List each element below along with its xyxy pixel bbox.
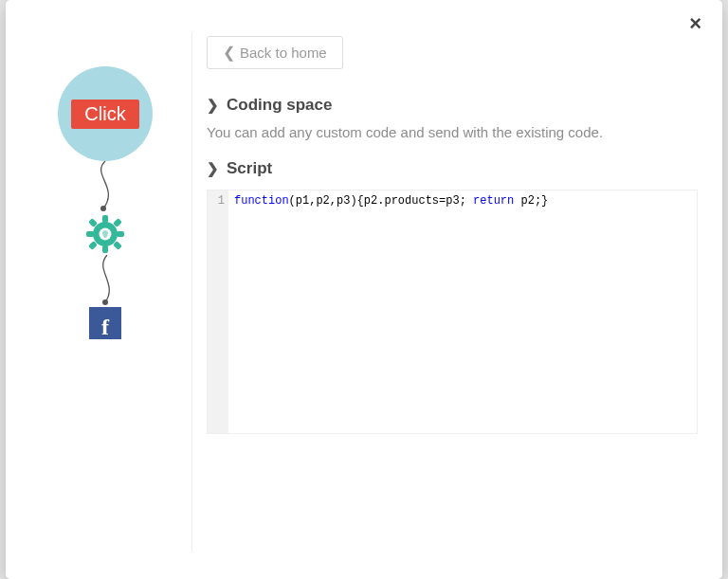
svg-rect-4 <box>86 231 94 237</box>
editor-code[interactable]: function(p1,p2,p3){p2.products=p3; retur… <box>228 190 697 433</box>
back-label: Back to home <box>240 45 327 61</box>
facebook-icon: f <box>101 316 109 338</box>
flow-node-facebook[interactable]: f <box>89 307 121 339</box>
coding-space-description: You can add any custom code and send wit… <box>207 124 698 140</box>
vertical-divider <box>191 33 192 551</box>
back-to-home-button[interactable]: ❮ Back to home <box>207 36 343 69</box>
chevron-right-icon: ❯ <box>207 97 219 114</box>
code-editor[interactable]: 1 function(p1,p2,p3){p2.products=p3; ret… <box>207 190 698 434</box>
editor-gutter: 1 <box>208 190 228 433</box>
coding-space-title: Coding space <box>227 96 332 115</box>
coding-space-header[interactable]: ❯ Coding space <box>207 96 698 115</box>
section-script: ❯ Script 1 function(p1,p2,p3){p2.product… <box>207 159 698 434</box>
svg-point-0 <box>100 206 106 211</box>
chevron-left-icon: ❮ <box>223 45 235 61</box>
svg-rect-3 <box>102 245 108 253</box>
flow-node-gear[interactable] <box>84 213 126 255</box>
main-panel: ❮ Back to home ❯ Coding space You can ad… <box>207 36 698 560</box>
close-button[interactable]: × <box>689 13 701 34</box>
svg-point-11 <box>102 299 108 305</box>
modal: × Click <box>6 0 722 579</box>
script-title: Script <box>227 159 272 178</box>
section-coding-space: ❯ Coding space You can add any custom co… <box>207 96 698 140</box>
chevron-right-icon: ❯ <box>207 160 219 177</box>
flow-diagram: Click <box>39 66 172 339</box>
flow-connector-2 <box>86 255 124 307</box>
flow-connector-1 <box>86 161 124 213</box>
line-number: 1 <box>208 194 225 208</box>
svg-rect-5 <box>117 231 124 237</box>
script-header[interactable]: ❯ Script <box>207 159 698 178</box>
click-badge: Click <box>71 100 138 129</box>
flow-node-click[interactable]: Click <box>58 66 153 161</box>
gear-icon <box>84 213 126 255</box>
svg-rect-2 <box>102 215 108 223</box>
